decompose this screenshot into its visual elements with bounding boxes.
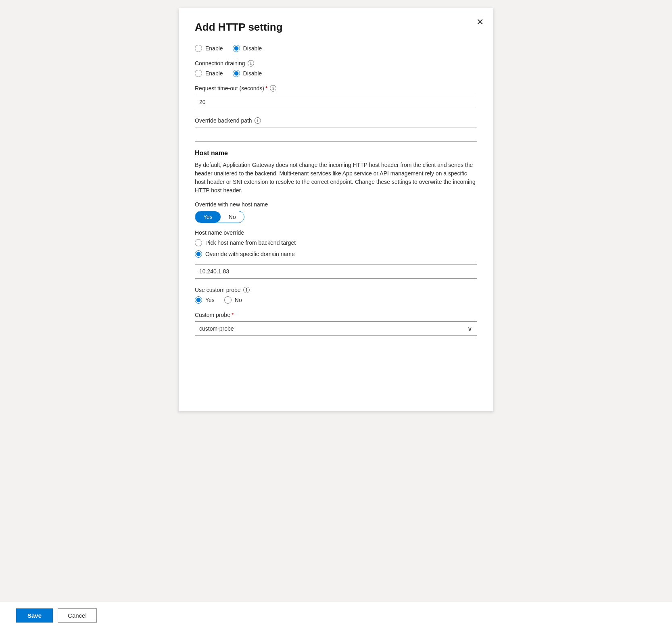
request-timeout-input[interactable] <box>195 95 477 109</box>
host-name-override-radio-group: Pick host name from backend target Overr… <box>195 239 477 258</box>
custom-probe-yes-radio[interactable] <box>195 296 202 304</box>
cookie-affinity-enable-label: Enable <box>205 45 223 52</box>
cookie-affinity-enable-radio[interactable] <box>195 45 202 52</box>
connection-draining-disable-radio[interactable] <box>233 70 240 77</box>
override-backend-path-label-row: Override backend path ℹ <box>195 117 477 124</box>
custom-probe-select-wrapper: custom-probe <box>195 321 477 336</box>
cookie-affinity-radio-group: Enable Disable <box>195 45 477 52</box>
host-name-description: By default, Application Gateway does not… <box>195 161 477 195</box>
cookie-affinity-enable[interactable]: Enable <box>195 45 223 52</box>
override-backend-path-info-icon[interactable]: ℹ <box>255 117 261 124</box>
connection-draining-label-row: Connection draining ℹ <box>195 60 477 67</box>
connection-draining-disable[interactable]: Disable <box>233 70 262 77</box>
connection-draining-enable-label: Enable <box>205 70 223 77</box>
host-name-section-label: Host name <box>195 150 477 157</box>
request-timeout-info-icon[interactable]: ℹ <box>270 85 276 92</box>
custom-probe-label-row: Use custom probe ℹ <box>195 287 477 293</box>
toggle-no-button[interactable]: No <box>221 211 244 223</box>
custom-probe-info-icon[interactable]: ℹ <box>243 287 250 293</box>
domain-name-input[interactable] <box>195 264 477 279</box>
custom-probe-no-label: No <box>235 297 242 303</box>
cookie-affinity-disable[interactable]: Disable <box>233 45 262 52</box>
cookie-affinity-disable-radio[interactable] <box>233 45 240 52</box>
override-new-host-label: Override with new host name <box>195 201 477 208</box>
connection-draining-disable-label: Disable <box>243 70 262 77</box>
custom-probe-dropdown-label: Custom probe <box>195 312 230 318</box>
cookie-affinity-disable-label: Disable <box>243 45 262 52</box>
request-timeout-required: * <box>265 85 267 92</box>
pick-host-from-backend-radio[interactable] <box>195 239 202 246</box>
custom-probe-section: Use custom probe ℹ Yes No <box>195 287 477 304</box>
connection-draining-enable[interactable]: Enable <box>195 70 223 77</box>
connection-draining-section: Connection draining ℹ Enable Disable <box>195 60 477 77</box>
override-specific-domain-option[interactable]: Override with specific domain name <box>195 250 477 258</box>
footer: Save Cancel <box>0 602 672 629</box>
custom-probe-radio-group: Yes No <box>195 296 477 304</box>
override-backend-path-label: Override backend path <box>195 117 252 124</box>
custom-probe-required: * <box>232 312 234 318</box>
override-backend-path-section: Override backend path ℹ <box>195 117 477 142</box>
override-specific-domain-radio[interactable] <box>195 250 202 258</box>
connection-draining-radio-group: Enable Disable <box>195 70 477 77</box>
panel-title: Add HTTP setting <box>195 21 477 33</box>
override-specific-domain-label: Override with specific domain name <box>205 251 295 257</box>
custom-probe-dropdown-label-row: Custom probe * <box>195 312 477 318</box>
custom-probe-no-radio[interactable] <box>224 296 232 304</box>
custom-probe-label: Use custom probe <box>195 287 241 293</box>
cancel-button[interactable]: Cancel <box>58 608 97 623</box>
custom-probe-dropdown-section: Custom probe * custom-probe <box>195 312 477 336</box>
request-timeout-label-row: Request time-out (seconds) * ℹ <box>195 85 477 92</box>
save-button[interactable]: Save <box>16 608 53 623</box>
override-new-host-toggle: Yes No <box>195 211 244 223</box>
host-name-section: Host name By default, Application Gatewa… <box>195 150 477 279</box>
connection-draining-label: Connection draining <box>195 60 245 67</box>
close-button[interactable]: ✕ <box>476 18 484 27</box>
custom-probe-yes[interactable]: Yes <box>195 296 215 304</box>
host-name-override-label: Host name override <box>195 229 477 236</box>
custom-probe-yes-label: Yes <box>205 297 215 303</box>
request-timeout-section: Request time-out (seconds) * ℹ <box>195 85 477 109</box>
add-http-setting-panel: Add HTTP setting ✕ Enable Disable Connec… <box>179 8 493 411</box>
cookie-affinity-section: Enable Disable <box>195 45 477 52</box>
custom-probe-select[interactable]: custom-probe <box>195 321 477 336</box>
request-timeout-label: Request time-out (seconds) <box>195 85 264 92</box>
toggle-yes-button[interactable]: Yes <box>195 211 221 223</box>
custom-probe-no[interactable]: No <box>224 296 242 304</box>
pick-host-from-backend-option[interactable]: Pick host name from backend target <box>195 239 477 246</box>
connection-draining-enable-radio[interactable] <box>195 70 202 77</box>
connection-draining-info-icon[interactable]: ℹ <box>248 60 254 67</box>
pick-host-from-backend-label: Pick host name from backend target <box>205 240 296 246</box>
override-backend-path-input[interactable] <box>195 127 477 142</box>
